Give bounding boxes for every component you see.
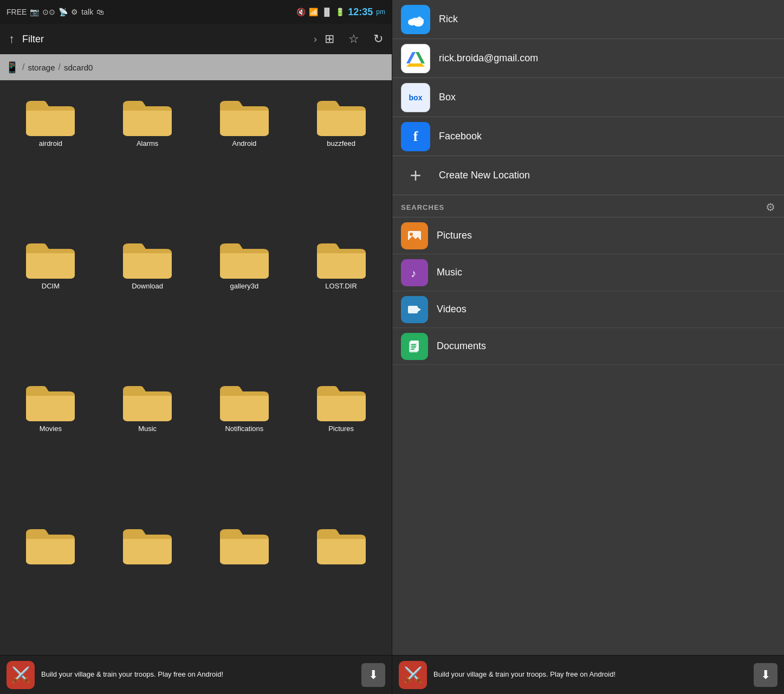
ad-download-button[interactable]: ⬇ (361, 663, 385, 687)
facebook-label: Facebook (439, 131, 482, 142)
menu-item-facebook[interactable]: f Facebook (392, 117, 784, 156)
file-item-alarms[interactable]: Alarms (99, 87, 196, 229)
svg-marker-6 (406, 63, 425, 67)
bag-icon: 🛍 (96, 8, 104, 16)
file-item-android[interactable]: Android (196, 87, 293, 229)
favorites-button[interactable]: ☆ (346, 30, 361, 48)
file-item-empty2[interactable] (99, 515, 196, 648)
file-label-gallery3d: gallery3d (230, 282, 258, 291)
folder-icon-empty4 (317, 524, 366, 564)
searches-gear-icon[interactable]: ⚙ (766, 201, 775, 214)
file-item-pictures[interactable]: Pictures (293, 372, 390, 515)
file-item-empty3[interactable] (196, 515, 293, 648)
status-time-suffix-left: pm (376, 8, 385, 16)
file-item-buzzfeed[interactable]: buzzfeed (293, 87, 390, 229)
folder-icon-download (123, 238, 172, 279)
folder-icon-gallery3d (220, 238, 269, 279)
mute-icon: 🔇 (296, 8, 306, 16)
svg-rect-20 (411, 349, 414, 350)
refresh-button[interactable]: ↻ (371, 30, 385, 48)
grid-view-button[interactable]: ⊞ (322, 30, 336, 48)
file-item-lostdir[interactable]: LOST.DIR (293, 229, 390, 372)
file-label-pictures: Pictures (328, 425, 354, 434)
searches-header: SEARCHES ⚙ (392, 195, 784, 217)
folder-icon-empty1 (26, 524, 75, 564)
file-label-notifications: Notifications (225, 425, 263, 434)
folder-icon-dcim (26, 238, 75, 279)
file-item-gallery3d[interactable]: gallery3d (196, 229, 293, 372)
menu-item-gdrive[interactable]: rick.broida@gmail.com (392, 39, 784, 78)
create-location-label: Create New Location (439, 170, 530, 181)
file-item-airdroid[interactable]: airdroid (2, 87, 99, 229)
wifi-icon: 📶 (309, 8, 318, 16)
search-item-documents[interactable]: Documents (392, 328, 784, 365)
signal-icon: ▐▌ (321, 8, 332, 16)
overlay-menu: Rick rick.broida@gmail.com box Box (392, 0, 784, 694)
file-item-download[interactable]: Download (99, 229, 196, 372)
file-item-movies[interactable]: Movies (2, 372, 99, 515)
menu-item-onedrive[interactable]: Rick (392, 0, 784, 39)
svg-rect-19 (411, 346, 416, 348)
file-item-dcim[interactable]: DCIM (2, 229, 99, 372)
breadcrumb-left: 📱 / storage / sdcard0 (0, 54, 392, 80)
talk-icon: talk (81, 8, 93, 16)
chevron-left: › (314, 34, 317, 45)
ad-game-icon-r: ⚔️ (399, 661, 427, 689)
antenna-icon: 📡 (59, 8, 68, 16)
ad-text: Build your village & train your troops. … (41, 670, 355, 679)
file-item-empty4[interactable] (293, 515, 390, 648)
file-grid: airdroid Alarms Android (0, 80, 392, 655)
breadcrumb-sep-1: / (22, 62, 24, 72)
camera-status-icon: 📷 (30, 8, 39, 16)
searches-label: SEARCHES (401, 203, 444, 211)
file-label-movies: Movies (40, 425, 62, 434)
folder-icon-buzzfeed (317, 95, 366, 136)
status-time-left: 12:35 (348, 7, 373, 18)
file-label-music: Music (138, 425, 157, 434)
folder-icon-empty3 (220, 524, 269, 564)
folder-icon-alarms (123, 95, 172, 136)
file-label-dcim: DCIM (42, 282, 60, 291)
search-item-pictures[interactable]: Pictures (392, 217, 784, 254)
svg-rect-11 (408, 306, 418, 313)
breadcrumb-sdcard[interactable]: sdcard0 (64, 63, 93, 72)
settings-status-icon: ⚙ (71, 8, 78, 16)
right-panel: FREE 📷 ⊙⊙ 📡 ⚙ talk 🛍 🔇 📶 ▐▌ 🔋 12:35 pm ‹… (392, 0, 784, 694)
box-icon: box (401, 83, 430, 112)
folder-icon-airdroid (26, 95, 75, 136)
menu-item-create-location[interactable]: + Create New Location (392, 156, 784, 195)
svg-text:♪: ♪ (411, 267, 416, 279)
facebook-icon: f (401, 122, 430, 151)
status-bar-left: FREE 📷 ⊙⊙ 📡 ⚙ talk 🛍 🔇 📶 ▐▌ 🔋 12:35 pm (0, 0, 392, 24)
ad-banner-left: ⚔️ Build your village & train your troop… (0, 655, 392, 694)
file-label-android: Android (232, 139, 256, 149)
documents-search-icon (401, 333, 428, 360)
breadcrumb-storage[interactable]: storage (28, 63, 55, 72)
ad-text-r: Build your village & train your troops. … (433, 670, 747, 679)
up-button-left[interactable]: ↑ (7, 30, 17, 48)
file-label-airdroid: airdroid (39, 139, 62, 149)
music-search-icon: ♪ (401, 259, 428, 286)
pictures-search-icon (401, 222, 428, 249)
videos-search-icon (401, 296, 428, 323)
folder-icon-empty2 (123, 524, 172, 564)
search-item-music[interactable]: ♪ Music (392, 254, 784, 291)
folder-icon-lostdir (317, 238, 366, 279)
pictures-search-label: Pictures (437, 230, 472, 241)
menu-item-box[interactable]: box Box (392, 78, 784, 117)
file-item-notifications[interactable]: Notifications (196, 372, 293, 515)
documents-search-label: Documents (437, 340, 486, 352)
search-item-videos[interactable]: Videos (392, 291, 784, 328)
svg-point-8 (410, 233, 413, 236)
ad-download-button-r[interactable]: ⬇ (754, 663, 777, 687)
file-item-music[interactable]: Music (99, 372, 196, 515)
svg-marker-12 (418, 307, 421, 312)
status-bar-right-icons: 🔇 📶 ▐▌ 🔋 12:35 pm (296, 7, 385, 18)
gdrive-label: rick.broida@gmail.com (439, 53, 538, 64)
folder-icon-pictures (317, 381, 366, 421)
action-bar-icons-left: ⊞ ☆ ↻ (322, 30, 385, 48)
filter-label-left: Filter (22, 34, 308, 45)
file-item-empty1[interactable] (2, 515, 99, 648)
folder-icon-android (220, 95, 269, 136)
action-bar-left: ↑ Filter › ⊞ ☆ ↻ (0, 24, 392, 54)
